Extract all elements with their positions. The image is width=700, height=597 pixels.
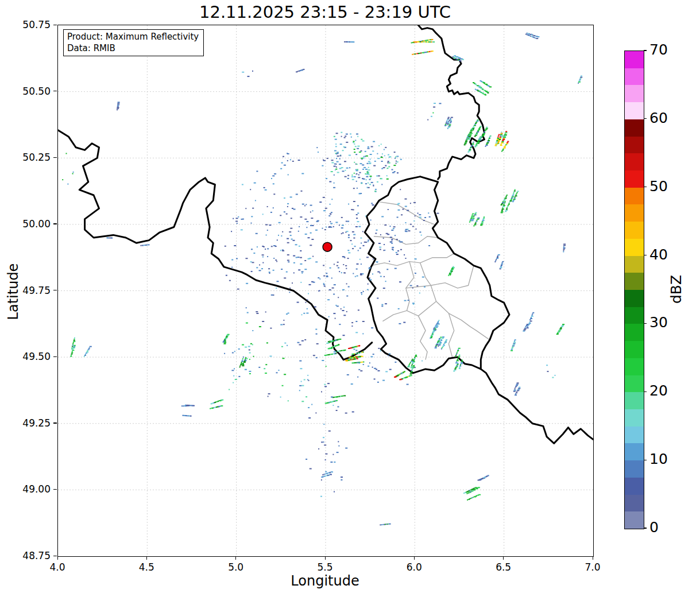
x-tick-label: 5.5 <box>308 561 342 573</box>
radar-echo-pixel <box>557 332 559 334</box>
radar-echo-pixel <box>457 364 459 365</box>
radar-echo-pixel <box>240 364 242 365</box>
radar-echo-pixel <box>296 194 298 195</box>
radar-echo-pixel <box>395 268 397 269</box>
radar-echo-pixel <box>342 170 345 172</box>
radar-echo-pixel <box>293 262 295 263</box>
radar-echo-pixel <box>451 272 452 273</box>
regional-border <box>407 311 427 360</box>
radar-echo-pixel <box>472 213 474 214</box>
radar-echo-pixel <box>345 350 346 351</box>
radar-echo-pixel <box>385 147 386 148</box>
radar-echo-pixel <box>342 289 345 290</box>
radar-echo-pixel <box>322 476 323 477</box>
radar-echo-pixel <box>353 41 354 42</box>
radar-echo-pixel <box>517 192 518 193</box>
radar-echo-pixel <box>467 139 468 141</box>
radar-echo-pixel <box>354 176 356 177</box>
radar-echo-pixel <box>108 238 109 239</box>
radar-echo-pixel <box>502 207 503 208</box>
radar-echo-pixel <box>424 286 426 288</box>
radar-echo-pixel <box>481 136 482 137</box>
radar-echo-pixel <box>353 359 354 360</box>
radar-echo-pixel <box>331 212 332 213</box>
radar-echo-pixel <box>354 353 355 354</box>
radar-echo-pixel <box>295 244 297 245</box>
radar-echo-pixel <box>485 476 486 478</box>
radar-echo-pixel <box>284 374 286 375</box>
radar-echo-pixel <box>389 369 392 370</box>
radar-echo-pixel <box>362 169 364 170</box>
radar-echo-pixel <box>514 197 516 199</box>
radar-echo-pixel <box>497 142 498 144</box>
radar-echo-pixel <box>296 257 297 258</box>
radar-echo-pixel <box>298 231 299 232</box>
radar-echo-pixel <box>532 34 533 36</box>
radar-echo-pixel <box>300 257 302 258</box>
radar-echo-pixel <box>397 172 399 173</box>
radar-echo-pixel <box>556 334 559 335</box>
radar-echo-pixel <box>579 78 581 79</box>
radar-echo-pixel <box>512 346 515 347</box>
radar-echo-pixel <box>506 195 508 196</box>
radar-echo-pixel <box>287 206 288 207</box>
radar-echo-pixel <box>385 165 386 166</box>
radar-echo-pixel <box>470 220 471 222</box>
radar-echo-pixel <box>389 157 390 158</box>
radar-echo-pixel <box>456 354 457 355</box>
radar-echo-pixel <box>249 352 251 354</box>
radar-echo-pixel <box>410 374 412 375</box>
radar-echo-pixel <box>516 385 518 386</box>
radar-echo-pixel <box>355 226 358 227</box>
radar-echo-pixel <box>433 107 435 108</box>
radar-echo-pixel <box>461 362 463 363</box>
radar-echo-pixel <box>412 226 414 227</box>
radar-echo-pixel <box>343 146 345 148</box>
radar-echo-pixel <box>321 391 322 393</box>
radar-echo-pixel <box>412 54 413 55</box>
radar-echo-pixel <box>367 163 369 164</box>
radar-echo-pixel <box>410 224 412 225</box>
radar-echo-pixel <box>380 524 381 525</box>
radar-echo-pixel <box>326 366 327 367</box>
radar-echo-pixel <box>248 346 250 347</box>
radar-echo-pixel <box>238 348 240 350</box>
radar-echo-pixel <box>268 268 270 269</box>
radar-echo-pixel <box>236 218 238 219</box>
radar-echo-pixel <box>311 404 312 405</box>
radar-echo-pixel <box>475 123 477 124</box>
regional-border <box>374 237 438 245</box>
radar-echo-pixel <box>246 283 248 284</box>
radar-echo-pixel <box>500 145 502 146</box>
radar-echo-pixel <box>451 270 453 271</box>
radar-echo-pixel <box>479 127 481 128</box>
radar-echo-pixel <box>410 203 411 204</box>
radar-echo-pixel <box>357 212 359 214</box>
radar-echo-pixel <box>339 339 341 340</box>
radar-echo-pixel <box>392 247 394 248</box>
radar-echo-pixel <box>344 137 346 138</box>
radar-echo-pixel <box>342 225 344 226</box>
radar-echo-pixel <box>458 356 460 358</box>
radar-echo-pixel <box>368 284 369 285</box>
radar-echo-pixel <box>348 252 350 253</box>
radar-echo-pixel <box>465 141 467 142</box>
radar-echo-pixel <box>472 214 473 215</box>
radar-echo-pixel <box>291 239 293 240</box>
radar-echo-pixel <box>428 41 430 42</box>
radar-echo-pixel <box>252 71 253 72</box>
radar-echo-pixel <box>461 363 463 365</box>
radar-echo-pixel <box>357 148 359 149</box>
radar-echo-pixel <box>384 250 385 251</box>
radar-echo-pixel <box>305 459 307 460</box>
radar-echo-pixel <box>246 358 248 359</box>
radar-echo-pixel <box>371 203 373 204</box>
radar-echo-pixel <box>190 416 192 417</box>
radar-echo-pixel <box>352 231 354 232</box>
radar-echo-pixel <box>448 126 451 127</box>
radar-echo-pixel <box>214 407 215 408</box>
radar-echo-pixel <box>361 356 363 357</box>
radar-echo-pixel <box>284 211 285 212</box>
radar-echo-pixel <box>339 224 340 226</box>
radar-echo-pixel <box>299 360 301 362</box>
